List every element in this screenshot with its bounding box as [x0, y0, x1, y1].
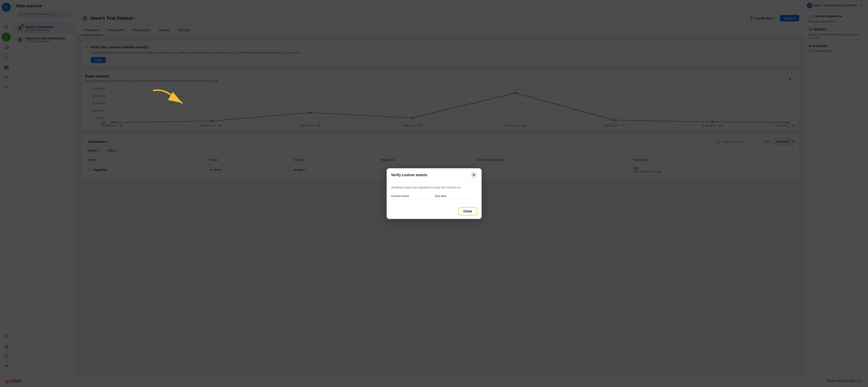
modal-close-x-button[interactable]: ✕	[471, 172, 477, 178]
modal-title: Verify custom events	[391, 173, 427, 177]
arrow-annotation	[147, 86, 192, 114]
verify-custom-events-modal: Verify custom events ✕ Verifying means y…	[386, 168, 482, 219]
modal-footer: Close	[386, 203, 482, 219]
modal-body: Verifying means you intended to send thi…	[386, 182, 482, 203]
modal-table-header: Custom event Due date	[391, 193, 477, 200]
modal-col-due-date: Due date	[435, 195, 477, 198]
modal-subtitle: Verifying means you intended to send thi…	[391, 186, 477, 189]
arrow-svg	[147, 86, 192, 113]
modal-close-button[interactable]: Close	[458, 207, 477, 215]
modal-container: Verify custom events ✕ Verifying means y…	[0, 0, 868, 387]
modal-col-custom-event: Custom event	[391, 195, 433, 198]
modal-header: Verify custom events ✕	[386, 168, 482, 182]
